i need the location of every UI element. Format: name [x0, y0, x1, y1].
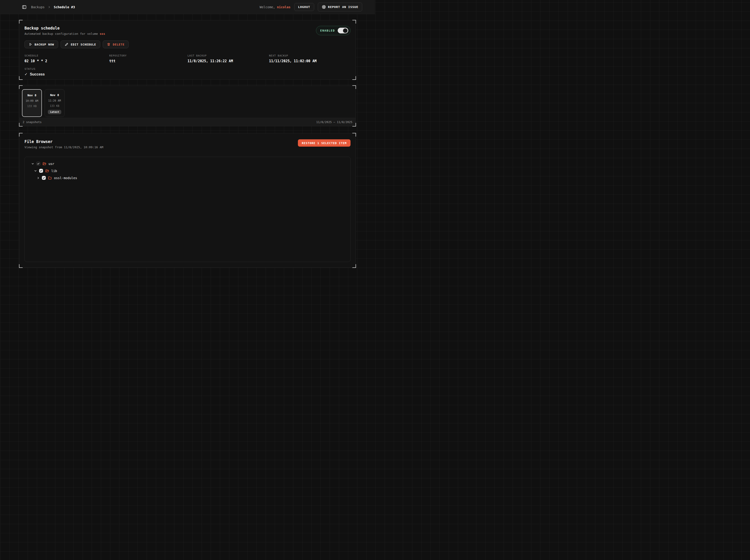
latest-badge: Latest: [48, 110, 62, 114]
backup-schedule-panel: Backup schedule Automated backup configu…: [19, 20, 356, 80]
field-label: SCHEDULE: [24, 54, 110, 57]
backup-now-button[interactable]: BACKUP NOW: [24, 40, 58, 48]
subtitle-prefix: Automated backup configuration for volum…: [24, 32, 100, 36]
corner-bracket: [19, 76, 23, 80]
trash-icon: [107, 43, 111, 46]
edit-schedule-button[interactable]: EDIT SCHEDULE: [61, 40, 100, 48]
snapshot-time: 10:09 AM: [26, 99, 38, 102]
schedule-actions: BACKUP NOW EDIT SCHEDULE DELETE: [24, 40, 351, 48]
field-label: STATUS: [24, 67, 110, 70]
pencil-icon: [65, 43, 68, 46]
chevron-right-icon: [48, 6, 51, 8]
tree-row-lib[interactable]: lib: [28, 167, 347, 174]
corner-bracket: [19, 133, 23, 137]
corner-bracket: [352, 20, 356, 24]
snapshot-card-selected[interactable]: Nov 8 10:09 AM 133 KB: [22, 89, 42, 117]
field-next-backup: NEXT BACKUP 11/11/2025, 11:02:00 AM: [269, 54, 351, 63]
restore-selected-button[interactable]: RESTORE 1 SELECTED ITEM: [298, 139, 351, 147]
logout-button[interactable]: LOGOUT: [294, 3, 314, 11]
field-value: 11/11/2025, 11:02:00 AM: [269, 59, 351, 63]
report-issue-button[interactable]: REPORT AN ISSUE: [318, 2, 362, 12]
file-browser-panel: File Browser Viewing snapshot from 11/8/…: [19, 133, 356, 268]
chevron-down-icon[interactable]: [34, 169, 37, 173]
welcome-prefix: Welcome,: [260, 5, 275, 9]
folder-open-icon: [42, 162, 46, 166]
file-tree: usr lib: [24, 157, 351, 262]
status-value: ✓ Success: [24, 72, 110, 76]
field-value: 11/8/2025, 11:26:22 AM: [188, 59, 269, 63]
tree-row-ossl-modules[interactable]: ossl-modules: [28, 174, 347, 181]
panel-title: Backup schedule: [24, 26, 105, 31]
corner-bracket: [19, 123, 23, 126]
toggle-switch[interactable]: [338, 28, 348, 34]
panel-subtitle: Viewing snapshot from 11/8/2025, 10:09:1…: [24, 145, 103, 149]
corner-bracket: [19, 20, 23, 24]
username: nicolas: [277, 5, 291, 9]
tree-item-label: lib: [51, 169, 57, 173]
snapshot-time: 11:26 AM: [48, 99, 61, 102]
backup-now-label: BACKUP NOW: [35, 43, 54, 46]
checkbox-lib[interactable]: [39, 169, 43, 173]
file-browser-header: File Browser Viewing snapshot from 11/8/…: [24, 139, 103, 149]
snapshot-date: Nov 8: [27, 94, 36, 97]
check-icon: ✓: [24, 72, 27, 76]
field-label: NEXT BACKUP: [269, 54, 351, 57]
field-repository: REPOSITORY ttt: [110, 54, 188, 63]
field-value: 02 10 * * 2: [24, 59, 110, 63]
breadcrumb-current: Schedule #3: [54, 5, 75, 9]
tree-item-label: usr: [48, 162, 54, 166]
field-label: LAST BACKUP: [188, 54, 269, 57]
field-value: ttt: [110, 59, 188, 63]
delete-button[interactable]: DELETE: [103, 40, 129, 48]
logout-label: LOGOUT: [298, 5, 310, 9]
corner-bracket: [352, 76, 356, 80]
panel-subtitle: Automated backup configuration for volum…: [24, 32, 105, 36]
tree-row-usr[interactable]: usr: [28, 160, 347, 167]
schedule-info-grid: SCHEDULE 02 10 * * 2 REPOSITORY ttt LAST…: [24, 54, 351, 76]
schedule-header: Backup schedule Automated backup configu…: [24, 26, 105, 36]
field-last-backup: LAST BACKUP 11/8/2025, 11:26:22 AM: [188, 54, 269, 63]
corner-bracket: [352, 85, 356, 89]
checkbox-ossl-modules[interactable]: [42, 176, 46, 180]
welcome-text: Welcome, nicolas: [260, 5, 291, 9]
panel-title: File Browser: [24, 139, 103, 144]
corner-bracket: [19, 264, 23, 268]
toggle-knob: [343, 28, 348, 33]
snapshot-card[interactable]: Nov 8 11:26 AM 133 KB Latest: [45, 89, 64, 117]
snapshot-size: 133 KB: [50, 104, 59, 107]
corner-bracket: [19, 85, 23, 89]
snapshot-count: 2 snapshots: [23, 120, 42, 124]
sidebar-toggle-button[interactable]: [22, 5, 26, 9]
folder-open-icon: [45, 169, 49, 173]
enabled-toggle[interactable]: ENABLED: [316, 26, 351, 35]
report-issue-label: REPORT AN ISSUE: [328, 5, 358, 9]
volume-name: sss: [100, 32, 105, 36]
snapshot-size: 133 KB: [27, 104, 37, 108]
corner-bracket: [352, 123, 356, 126]
folder-icon: [48, 176, 52, 180]
corner-bracket: [352, 133, 356, 137]
edit-schedule-label: EDIT SCHEDULE: [71, 43, 96, 46]
snapshots-panel: Nov 8 10:09 AM 133 KB Nov 8 11:26 AM 133…: [19, 85, 356, 126]
breadcrumb-section[interactable]: Backups: [31, 5, 45, 9]
corner-bracket: [352, 264, 356, 268]
snapshots-footer: 2 snapshots 11/8/2025 – 11/8/2025: [19, 118, 356, 126]
snapshot-card-list: Nov 8 10:09 AM 133 KB Nov 8 11:26 AM 133…: [19, 86, 356, 118]
field-status: STATUS ✓ Success: [24, 67, 110, 76]
delete-label: DELETE: [113, 43, 124, 46]
play-icon: [28, 43, 32, 46]
topbar: Backups Schedule #3 Welcome, nicolas LOG…: [0, 0, 375, 14]
chevron-down-icon[interactable]: [31, 162, 34, 165]
snapshot-date-range: 11/8/2025 – 11/8/2025: [316, 120, 352, 124]
enabled-label: ENABLED: [320, 29, 335, 32]
breadcrumb: Backups Schedule #3: [31, 5, 75, 9]
lifebuoy-icon: [322, 5, 326, 9]
tree-item-label: ossl-modules: [54, 176, 77, 180]
field-schedule: SCHEDULE 02 10 * * 2: [24, 54, 110, 63]
panel-left-icon: [22, 5, 26, 9]
chevron-right-icon[interactable]: [37, 176, 40, 180]
topbar-right: Welcome, nicolas LOGOUT REPORT AN ISSUE: [260, 2, 362, 12]
snapshot-date: Nov 8: [50, 93, 59, 97]
field-label: REPOSITORY: [110, 54, 188, 57]
checkbox-usr[interactable]: [36, 162, 40, 166]
